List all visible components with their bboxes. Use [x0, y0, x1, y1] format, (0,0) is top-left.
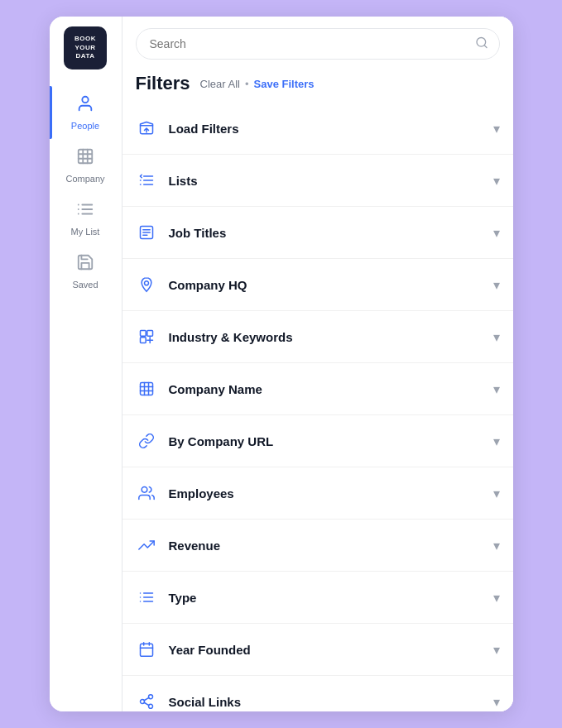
filter-label-job-titles: Job Titles [169, 226, 493, 240]
job-titles-icon [136, 222, 157, 243]
search-bar [122, 17, 513, 69]
revenue-icon [136, 534, 157, 556]
filter-item-social-links[interactable]: Social Links ▾ [122, 676, 513, 711]
filter-label-type: Type [169, 591, 493, 605]
chevron-down-icon: ▾ [493, 694, 500, 710]
chevron-down-icon: ▾ [493, 642, 500, 658]
svg-line-9 [484, 46, 487, 48]
filter-label-company-name: Company Name [169, 382, 493, 396]
filter-label-lists: Lists [169, 174, 493, 188]
svg-point-0 [82, 97, 88, 103]
type-icon [136, 587, 157, 608]
company-icon [76, 147, 94, 170]
svg-rect-26 [140, 383, 152, 395]
logo: BOOKYOURDATA [64, 26, 107, 69]
filter-label-social-links: Social Links [169, 695, 493, 709]
sidebar-item-my-list[interactable]: My List [50, 192, 122, 245]
filters-header: Filters Clear All • Save Filters [122, 69, 513, 103]
filter-item-company-name[interactable]: Company Name ▾ [122, 363, 513, 415]
filter-label-load-filters: Load Filters [169, 122, 493, 136]
svg-rect-23 [140, 338, 146, 343]
filter-label-year-founded: Year Founded [169, 643, 493, 657]
chevron-down-icon: ▾ [493, 277, 500, 293]
social-links-icon [136, 691, 157, 711]
sidebar-item-my-list-label: My List [71, 227, 100, 237]
search-icon [475, 36, 488, 52]
chevron-down-icon: ▾ [493, 329, 500, 345]
svg-rect-34 [140, 644, 152, 656]
filter-label-revenue: Revenue [169, 539, 493, 553]
filter-item-company-hq[interactable]: Company HQ ▾ [122, 259, 513, 311]
filter-item-industry-keywords[interactable]: Industry & Keywords ▾ [122, 311, 513, 363]
sidebar-item-saved-label: Saved [72, 280, 98, 290]
employees-icon [136, 482, 157, 504]
main-panel: Filters Clear All • Save Filters Load Fi… [122, 17, 513, 711]
filter-item-year-founded[interactable]: Year Founded ▾ [122, 624, 513, 676]
year-founded-icon [136, 639, 157, 660]
chevron-down-icon: ▾ [493, 121, 500, 136]
filter-item-load-filters[interactable]: Load Filters ▾ [122, 103, 513, 155]
search-input-wrap [136, 28, 500, 60]
chevron-down-icon: ▾ [493, 381, 500, 397]
sidebar-item-company-label: Company [65, 174, 104, 184]
logo-text: BOOKYOURDATA [74, 35, 96, 60]
sidebar-item-people[interactable]: People [50, 86, 122, 139]
filter-label-industry-keywords: Industry & Keywords [169, 330, 493, 344]
save-filters-button[interactable]: Save Filters [254, 78, 315, 90]
svg-rect-22 [147, 331, 152, 337]
chevron-down-icon: ▾ [493, 173, 500, 189]
filter-item-by-company-url[interactable]: By Company URL ▾ [122, 415, 513, 467]
sidebar: BOOKYOURDATA People Company [50, 17, 122, 711]
people-icon [76, 94, 94, 117]
saved-icon [76, 253, 94, 276]
svg-rect-1 [79, 150, 93, 164]
filter-item-job-titles[interactable]: Job Titles ▾ [122, 207, 513, 259]
svg-point-27 [142, 487, 147, 493]
my-list-icon [76, 200, 94, 223]
svg-line-42 [144, 697, 149, 700]
svg-point-20 [144, 281, 148, 285]
separator: • [245, 78, 249, 90]
sidebar-item-people-label: People [71, 121, 99, 131]
filter-list: Load Filters ▾ Lists ▾ Job Titles ▾ [122, 103, 513, 711]
svg-line-41 [144, 702, 149, 705]
by-company-url-icon [136, 430, 157, 452]
sidebar-item-saved[interactable]: Saved [50, 245, 122, 298]
filter-label-employees: Employees [169, 486, 493, 500]
load-filters-icon [136, 117, 157, 139]
chevron-down-icon: ▾ [493, 486, 500, 501]
filter-item-type[interactable]: Type ▾ [122, 572, 513, 624]
sidebar-item-company[interactable]: Company [50, 139, 122, 192]
filter-item-lists[interactable]: Lists ▾ [122, 155, 513, 207]
filters-title: Filters [136, 73, 190, 94]
chevron-down-icon: ▾ [493, 538, 500, 553]
app-container: BOOKYOURDATA People Company [50, 17, 513, 711]
chevron-down-icon: ▾ [493, 590, 500, 606]
svg-rect-21 [140, 331, 146, 337]
clear-all-button[interactable]: Clear All [200, 78, 240, 90]
filter-label-by-company-url: By Company URL [169, 434, 493, 448]
chevron-down-icon: ▾ [493, 225, 500, 241]
company-hq-icon [136, 274, 157, 295]
company-name-icon [136, 378, 157, 400]
lists-icon [136, 170, 157, 191]
industry-keywords-icon [136, 326, 157, 347]
filter-item-revenue[interactable]: Revenue ▾ [122, 520, 513, 572]
filter-label-company-hq: Company HQ [169, 278, 493, 292]
search-input[interactable] [136, 28, 500, 60]
chevron-down-icon: ▾ [493, 433, 500, 449]
filter-item-employees[interactable]: Employees ▾ [122, 467, 513, 520]
